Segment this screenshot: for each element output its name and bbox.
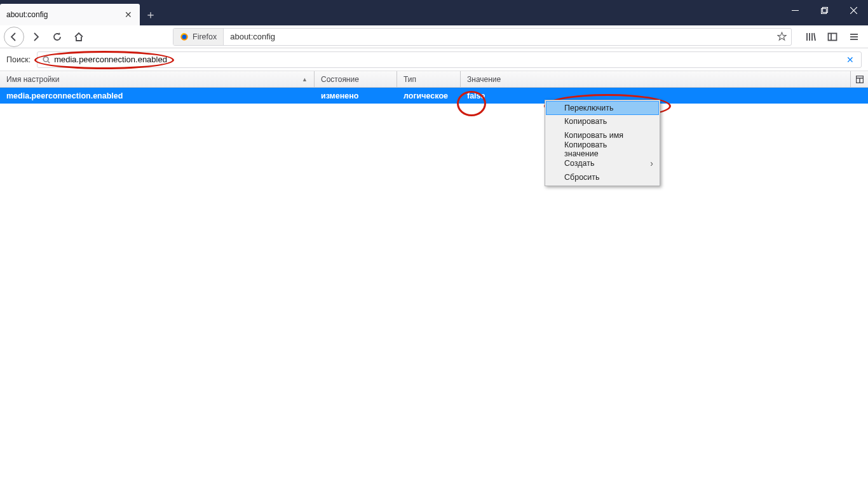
menu-reset[interactable]: Сбросить [546,170,658,184]
column-value-header[interactable]: Значение [461,71,850,87]
svg-rect-1 [821,8,826,13]
svg-point-17 [43,57,48,62]
url-bar[interactable]: Firefox about:config [173,28,792,46]
maximize-button[interactable] [810,0,839,20]
identity-label: Firefox [193,32,217,41]
column-status-header[interactable]: Состояние [315,71,397,87]
home-button[interactable] [69,27,89,46]
column-type-header[interactable]: Тип [397,71,461,87]
firefox-icon [180,32,189,41]
prefs-table-header: Имя настройки ▲ Состояние Тип Значение [0,71,868,88]
library-button[interactable] [801,27,821,46]
sort-ascending-icon: ▲ [302,76,308,83]
column-name-header[interactable]: Имя настройки ▲ [0,71,315,87]
column-status-label: Состояние [321,75,359,84]
menu-toggle[interactable]: Переключить [546,101,659,115]
pref-status: изменено [315,88,397,104]
minimize-button[interactable] [780,0,810,20]
svg-point-6 [182,34,187,39]
pref-type: логическое [397,88,461,104]
pref-row[interactable]: media.peerconnection.enabled изменено ло… [0,88,868,104]
search-value: media.peerconnection.enabled [54,55,841,64]
menu-button[interactable] [844,27,864,46]
close-window-button[interactable] [839,0,868,20]
bookmark-star-icon[interactable] [772,29,791,45]
config-search-bar: Поиск: media.peerconnection.enabled ✕ [0,48,868,71]
svg-line-11 [814,33,815,41]
context-menu: Переключить Копировать Копировать имя Ко… [545,100,660,186]
search-label: Поиск: [6,55,31,64]
close-tab-icon[interactable]: ✕ [123,10,133,20]
window-controls [780,0,868,25]
column-picker-icon[interactable] [850,71,868,87]
menu-create[interactable]: Создать [546,156,658,170]
titlebar: about:config ✕ ＋ [0,0,868,25]
forward-button[interactable] [25,27,46,46]
navbar: Firefox about:config [0,25,868,48]
column-type-label: Тип [403,75,416,84]
prefs-table-body: media.peerconnection.enabled изменено ло… [0,88,868,104]
column-value-label: Значение [467,75,501,84]
reload-button[interactable] [47,27,67,46]
svg-rect-12 [829,33,837,40]
back-button[interactable] [4,27,24,47]
pref-value: false [461,88,868,104]
search-icon [43,56,50,64]
identity-box[interactable]: Firefox [173,29,224,45]
new-tab-button[interactable]: ＋ [140,4,161,25]
pref-name: media.peerconnection.enabled [0,88,315,104]
svg-marker-7 [777,32,785,40]
menu-copy-value[interactable]: Копировать значение [546,142,658,156]
menu-copy[interactable]: Копировать [546,114,658,128]
sidebar-button[interactable] [822,27,843,46]
svg-line-18 [48,61,50,63]
clear-search-icon[interactable]: ✕ [844,54,856,65]
search-input[interactable]: media.peerconnection.enabled ✕ [37,51,862,68]
column-name-label: Имя настройки [6,75,60,84]
svg-rect-2 [822,7,827,12]
tab-title: about:config [6,10,123,19]
browser-tab[interactable]: about:config ✕ [0,4,140,25]
url-text: about:config [224,32,772,41]
